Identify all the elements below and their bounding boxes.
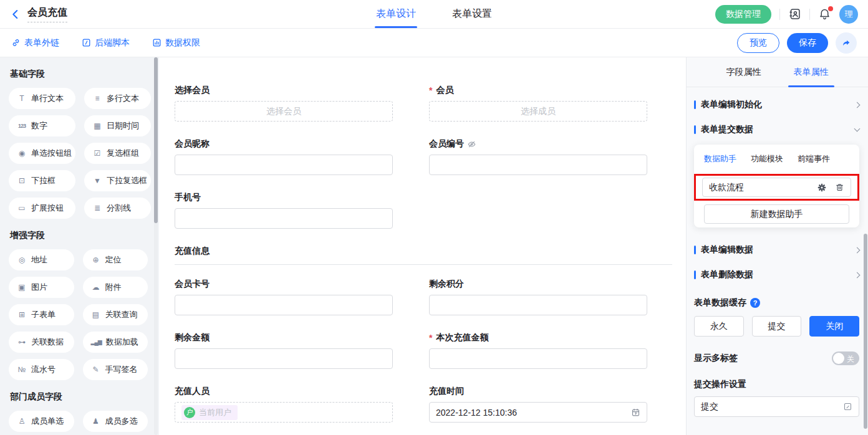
button-icon: ▭: [17, 204, 27, 212]
field-attachment[interactable]: ☁附件: [83, 277, 148, 298]
contacts-icon[interactable]: [788, 7, 801, 21]
section-accent-bar: [694, 100, 696, 109]
bar-chart-icon: ▂▄▆: [91, 340, 102, 345]
submit-action-input[interactable]: 提交: [694, 396, 859, 417]
select-member-picker[interactable]: 选择会员: [175, 101, 393, 122]
section-form-edit-init[interactable]: 表单编辑初始化: [694, 92, 859, 117]
field-single-line-text[interactable]: T单行文本: [9, 88, 75, 109]
serial-icon: №: [17, 366, 27, 373]
field-block-amount[interactable]: *本次充值金额: [429, 332, 647, 369]
section-form-submit-data[interactable]: 表单提交数据: [694, 117, 859, 142]
tab-form-settings[interactable]: 表单设置: [452, 0, 492, 28]
recharge-time-input[interactable]: 2022-12-12 15:10:36: [429, 402, 647, 423]
multi-tab-toggle[interactable]: 关: [832, 351, 859, 365]
field-radio-group[interactable]: ◉单选按钮组: [9, 143, 75, 164]
cache-option-permanent[interactable]: 永久: [694, 316, 744, 337]
operator-picker[interactable]: 户 当前用户: [175, 402, 393, 423]
tab-frontend-event[interactable]: 前端事件: [798, 153, 830, 165]
data-assistant-item[interactable]: 收款流程: [702, 178, 851, 197]
edit-icon[interactable]: [843, 402, 852, 411]
field-image[interactable]: ▣图片: [9, 277, 74, 298]
gear-icon[interactable]: [817, 183, 827, 193]
field-serial-number[interactable]: №流水号: [9, 359, 74, 380]
field-divider-line[interactable]: ≣分割线: [84, 198, 151, 219]
header-tabs: 表单设计 表单设置: [376, 0, 492, 28]
field-block-select-member[interactable]: 选择会员 选择会员: [175, 85, 393, 122]
external-link-action[interactable]: 表单外链: [11, 37, 59, 49]
field-data-load[interactable]: ▂▄▆数据加载: [83, 332, 148, 353]
panel-scrollbar-thumb[interactable]: [864, 234, 867, 429]
back-button[interactable]: [10, 9, 21, 20]
preview-button[interactable]: 预览: [737, 33, 779, 53]
field-number[interactable]: 123数字: [9, 115, 75, 136]
cache-option-submit[interactable]: 提交: [752, 316, 802, 337]
calendar-icon[interactable]: [631, 408, 640, 417]
tab-field-properties[interactable]: 字段属性: [726, 57, 761, 87]
tab-data-assistant[interactable]: 数据助手: [704, 153, 736, 165]
field-block-operator[interactable]: 充值人员 户 当前用户: [175, 386, 393, 423]
field-block-recharge-divider[interactable]: 充值信息: [175, 246, 672, 265]
field-multi-line-text[interactable]: ≡多行文本: [84, 88, 151, 109]
section-divider-line: [175, 264, 672, 265]
sidebar-scrollbar-thumb[interactable]: [154, 57, 158, 223]
avatar[interactable]: 理: [839, 5, 858, 24]
section-title-basic-fields: 基础字段: [10, 69, 148, 80]
card-no-input[interactable]: [175, 295, 393, 315]
amount-input[interactable]: [429, 348, 647, 369]
tab-form-design[interactable]: 表单设计: [376, 0, 416, 28]
textarea-icon: ≡: [92, 95, 102, 102]
balance-input[interactable]: [175, 348, 393, 369]
form-canvas: 选择会员 选择会员 *会员 选择成员 会员昵称 会员编号: [159, 57, 686, 435]
field-datetime[interactable]: ▦日期时间: [84, 115, 151, 136]
field-location[interactable]: ⊕定位: [83, 249, 148, 270]
field-block-time[interactable]: 充值时间 2022-12-12 15:10:36: [429, 386, 647, 423]
field-member-single[interactable]: ♙成员单选: [9, 411, 74, 432]
annotation-highlight-box: 收款流程: [694, 174, 859, 201]
backend-script-action[interactable]: 后端脚本: [82, 37, 130, 49]
trash-icon[interactable]: [835, 183, 844, 193]
nickname-input[interactable]: [175, 155, 393, 175]
data-manage-button[interactable]: 数据管理: [715, 5, 771, 24]
field-multi-select[interactable]: ▼下拉复选框: [84, 170, 151, 191]
help-icon[interactable]: ?: [750, 298, 760, 308]
data-permission-action[interactable]: 数据权限: [152, 37, 200, 49]
form-title[interactable]: 会员充值: [27, 6, 67, 22]
section-form-edit-data[interactable]: 表单编辑数据: [694, 237, 859, 262]
field-block-member-no[interactable]: 会员编号: [429, 138, 647, 175]
save-button[interactable]: 保存: [787, 33, 828, 53]
member-no-input[interactable]: [429, 155, 647, 175]
field-subform[interactable]: ⊞子表单: [9, 304, 74, 325]
section-title-enhanced-fields: 增强字段: [10, 230, 148, 241]
field-member-multi[interactable]: ♟成员多选: [83, 411, 148, 432]
field-block-phone[interactable]: 手机号: [175, 192, 393, 229]
new-data-assistant-button[interactable]: 新建数据助手: [704, 204, 849, 224]
field-extend-button[interactable]: ▭扩展按钮: [9, 198, 75, 219]
tab-form-properties[interactable]: 表单属性: [794, 57, 829, 87]
section-form-delete-data[interactable]: 表单删除数据: [694, 262, 859, 287]
cache-option-close[interactable]: 关闭: [809, 316, 859, 337]
points-input[interactable]: [429, 295, 647, 315]
required-mark: *: [429, 85, 432, 95]
current-user-tag: 户 当前用户: [181, 405, 238, 420]
field-signature[interactable]: ✎手写签名: [83, 359, 148, 380]
field-linked-data[interactable]: ⊶关联数据: [9, 332, 74, 353]
field-checkbox-group[interactable]: ☑复选框组: [84, 143, 151, 164]
tab-function-module[interactable]: 功能模块: [751, 153, 783, 165]
chevron-right-icon: [854, 247, 861, 253]
sidebar-scrollbar[interactable]: [154, 57, 158, 435]
share-button[interactable]: [836, 32, 857, 54]
field-block-points[interactable]: 剩余积分: [429, 279, 647, 315]
field-address[interactable]: ◎地址: [9, 249, 74, 270]
field-linked-query[interactable]: ▤关联查询: [83, 304, 148, 325]
multi-tab-label: 显示多标签: [694, 353, 738, 364]
field-select[interactable]: ⊡下拉框: [9, 170, 75, 191]
section-title-member-fields: 部门成员字段: [10, 391, 148, 403]
bell-icon[interactable]: [818, 7, 831, 21]
field-block-balance[interactable]: 剩余金额: [175, 332, 393, 369]
phone-input[interactable]: [175, 208, 393, 229]
field-block-nickname[interactable]: 会员昵称: [175, 138, 393, 175]
field-block-card-no[interactable]: 会员卡号: [175, 279, 393, 315]
link-data-icon: ⊶: [17, 338, 27, 346]
member-picker[interactable]: 选择成员: [429, 101, 647, 122]
field-block-member[interactable]: *会员 选择成员: [429, 85, 647, 122]
